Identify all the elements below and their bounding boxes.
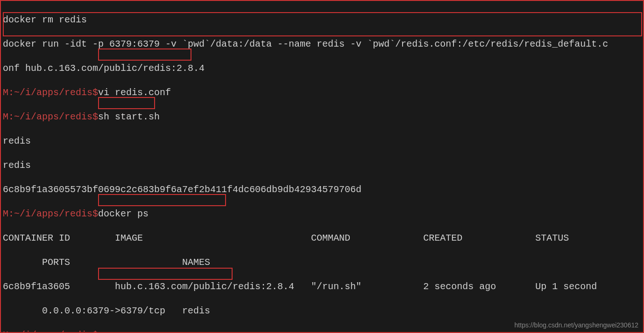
prompt-line-sh: M:~/i/apps/redis$sh start.sh — [3, 111, 641, 123]
cmd-line: docker rm redis — [3, 14, 641, 26]
sh-cmd: sh start.sh — [98, 111, 160, 122]
watermark: https://blog.csdn.net/yangshengwei230612 — [515, 321, 638, 329]
prompt: M:~/i/apps/redis$ — [3, 111, 98, 122]
docker-ps-cmd: docker ps — [98, 208, 149, 219]
ps-header: CONTAINER ID IMAGE COMMAND CREATED STATU… — [3, 232, 641, 244]
prompt-line-dockerps: M:~/i/apps/redis$docker ps — [3, 208, 641, 220]
prompt: M:~/i/apps/redis$ — [3, 87, 98, 98]
output-redis1: redis — [3, 135, 641, 147]
ps-header2: PORTS NAMES — [3, 257, 641, 269]
ps-row1b: 0.0.0.0:6379->6379/tcp redis — [3, 305, 641, 317]
terminal-output[interactable]: docker rm redis docker run -idt -p 6379:… — [1, 1, 643, 333]
container-hash: 6c8b9f1a3605573bf0699c2c683b9f6a7ef2b411… — [3, 184, 641, 196]
docker-run-line2: onf hub.c.163.com/public/redis:2.8.4 — [3, 62, 641, 75]
output-redis2: redis — [3, 160, 641, 172]
docker-run-line1: docker run -idt -p 6379:6379 -v `pwd`/da… — [3, 38, 641, 50]
docker-rm-cmd: docker rm redis — [3, 14, 87, 25]
prompt: M:~/i/apps/redis$ — [3, 330, 98, 333]
prompt-empty1: M:~/i/apps/redis$ — [3, 329, 641, 333]
prompt: M:~/i/apps/redis$ — [3, 208, 98, 219]
vi-cmd: vi redis.conf — [98, 87, 171, 98]
prompt-line-vi: M:~/i/apps/redis$vi redis.conf — [3, 87, 641, 99]
ps-row1: 6c8b9f1a3605 hub.c.163.com/public/redis:… — [3, 281, 641, 293]
